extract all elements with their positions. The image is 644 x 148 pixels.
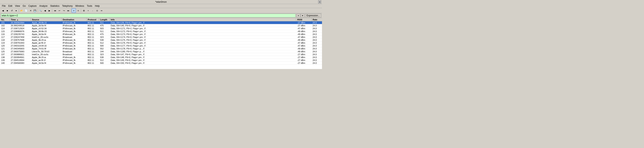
next-pkt-btn[interactable]: ↪	[62, 8, 66, 13]
menu-item-capture[interactable]: Capture	[27, 4, 38, 8]
first-btn[interactable]: ⏮	[53, 8, 57, 13]
menu-item-edit[interactable]: Edit	[7, 4, 14, 8]
back-btn[interactable]: ◀	[1, 8, 5, 13]
cell-rssi: -27 dBm	[296, 56, 312, 59]
menu-item-go[interactable]: Go	[22, 4, 27, 8]
cell-info: Data, SN=139, FN=0, Flags=.pm...F.	[110, 21, 296, 24]
cell-source: IntelCor_05:ca:6c	[31, 53, 62, 56]
cell-dest: IPv6mcast_fb	[62, 47, 86, 50]
cell-dest: IPv6mcast_fb	[62, 62, 86, 64]
table-row[interactable]: 10126.990082064Apple_99:8b:15IPv6mcast_f…	[0, 21, 322, 24]
cell-time: 27.094518994	[10, 59, 31, 62]
cell-rssi: -47 dBm	[296, 42, 312, 44]
table-row[interactable]: 13827.093994561Apple_9b:2f:caIPv6mcast_f…	[0, 56, 322, 59]
prev-btn[interactable]: ◀	[43, 8, 47, 13]
close-btn[interactable]: ✕	[28, 8, 33, 13]
menu-item-help[interactable]: Help	[94, 4, 101, 8]
filter-clear-button[interactable]: ✕	[296, 14, 300, 18]
col-header-destination[interactable]: Destination	[62, 18, 86, 21]
cell-len: 552	[99, 47, 110, 50]
title-bar: *wlan0mon ✕	[0, 0, 322, 4]
save-btn[interactable]: 💾	[33, 8, 37, 13]
table-row[interactable]: 12027.040310255Apple_c9:04:16IPv6mcast_f…	[0, 44, 322, 47]
col-header-no[interactable]: No.	[0, 18, 10, 21]
table-body: 10126.990082064Apple_99:8b:15IPv6mcast_f…	[0, 21, 322, 64]
close-button[interactable]: ✕	[318, 0, 321, 4]
autoscroll-btn[interactable]: ≡	[72, 8, 76, 13]
resize-btn[interactable]: ⇔	[99, 8, 104, 13]
cell-rate: 24.0	[312, 30, 322, 33]
col-header-protocol[interactable]: Protocol	[86, 18, 99, 21]
menu-item-analyze[interactable]: Analyze	[38, 4, 49, 8]
table-row[interactable]: 13727.093886921IntelCor_05:ca:6cBroadcas…	[0, 53, 322, 56]
cell-len: 500	[99, 62, 110, 64]
menu-item-wireless[interactable]: Wireless	[74, 4, 85, 8]
packet-list[interactable]: No. Time ▲ Source Destination Protocol L…	[0, 18, 322, 69]
table-row[interactable]: 13927.094518994Apple_ae:f6:1fIPv6mcast_f…	[0, 59, 322, 62]
capture-btn[interactable]: ●	[14, 8, 18, 13]
zoom-out-btn[interactable]: -	[90, 8, 95, 13]
cell-rate: 24.0	[312, 50, 322, 53]
cell-proto: 802.11	[86, 42, 99, 44]
table-row[interactable]: 12127.040345603Apple_74:61:9fIPv6mcast_f…	[0, 47, 322, 50]
menu-item-telephony[interactable]: Telephony	[61, 4, 74, 8]
cell-time: 27.040345603	[10, 47, 31, 50]
cell-rssi: -49 dBm	[296, 39, 312, 42]
cell-source: Apple_99:8b:15	[31, 30, 62, 33]
open-btn[interactable]: 📂	[20, 8, 24, 13]
cell-len: 503	[99, 27, 110, 30]
cell-proto: 802.11	[86, 36, 99, 39]
cell-info: Data, SN=1175, FN=0, Flags=.pm...F.	[110, 39, 296, 42]
col-header-rssi[interactable]: RSSI	[296, 18, 312, 21]
cell-info: Data, SN=1173, FN=0, Flags=.pm...F.	[110, 33, 296, 36]
pane-btn[interactable]: ≡	[76, 8, 80, 13]
cell-source: Apple_9b:2f:ca	[31, 56, 62, 59]
table-row[interactable]: 11527.038880076Apple_99:8b:15IPv6mcast_f…	[0, 30, 322, 33]
reset-zoom-btn[interactable]: ⊙	[95, 8, 99, 13]
reload-btn[interactable]: ↺	[10, 8, 14, 13]
filter-bookmark-button[interactable]: ▼	[301, 14, 304, 18]
filter-input[interactable]	[1, 14, 296, 18]
cell-info: Data, SN=1176, FN=0, Flags=.pm...F.	[110, 42, 296, 44]
menu-item-file[interactable]: File	[1, 4, 7, 8]
cell-proto: 802.11	[86, 53, 99, 56]
cell-rssi: -49 dBm	[296, 33, 312, 36]
new-btn[interactable]: 📄	[24, 8, 28, 13]
cell-no: 115	[0, 30, 10, 33]
table-row[interactable]: 10226.990249518Apple_3d:0e:f4IPv6mcast_f…	[0, 24, 322, 27]
table-row[interactable]: 11627.039235743Apple_3d:0e:f4IPv6mcast_f…	[0, 33, 322, 36]
zoom-in-btn[interactable]: +	[86, 8, 90, 13]
cell-rate: 24.0	[312, 24, 322, 27]
menu-item-view[interactable]: View	[14, 4, 21, 8]
menu-item-tools[interactable]: Tools	[86, 4, 93, 8]
cell-source: Apple_74:61:9f	[31, 47, 62, 50]
cell-len: 323	[99, 53, 110, 56]
find-btn[interactable]: 🔍	[38, 8, 43, 13]
prev-pkt-btn[interactable]: ↩	[57, 8, 62, 13]
stop-btn[interactable]: ■	[5, 8, 10, 13]
table-row[interactable]: 12527.060075083LiteonTe_58:79:b3Broadcas…	[0, 50, 322, 53]
cell-dest: IPv6mcast_fb	[62, 56, 86, 59]
cell-len: 475	[99, 33, 110, 36]
cell-no: 116	[0, 33, 10, 36]
menu-item-statistics[interactable]: Statistics	[49, 4, 60, 8]
next-btn[interactable]: ▶	[47, 8, 52, 13]
col-header-time[interactable]: Time ▲	[10, 18, 31, 21]
expression-button[interactable]: Expression...	[305, 14, 321, 18]
colorize-btn[interactable]: ⊞	[82, 8, 86, 13]
table-row[interactable]: 11827.039757698Apple_9b:2f:caIPv6mcast_f…	[0, 39, 322, 42]
cell-proto: 802.11	[86, 24, 99, 27]
col-header-source[interactable]: Source	[31, 18, 62, 21]
cell-time: 27.093886921	[10, 53, 31, 56]
menu-bar: FileEditViewGoCaptureAnalyzeStatisticsTe…	[0, 4, 322, 8]
last-btn[interactable]: ⏭	[66, 8, 70, 13]
table-row[interactable]: 11927.039791943Apple_ae:f6:1fIPv6mcast_f…	[0, 42, 322, 44]
table-row[interactable]: 14027.094568383Apple_3d:0e:f4IPv6mcast_f…	[0, 62, 322, 64]
cell-len: 512	[99, 42, 110, 44]
col-header-rate[interactable]: Rate	[312, 18, 322, 21]
cell-rate: 24.0	[312, 47, 322, 50]
table-row[interactable]: 11727.039247458IntelCor_05:ca:6cBroadcas…	[0, 36, 322, 39]
col-header-info[interactable]: Info	[110, 18, 296, 21]
col-header-length[interactable]: Length	[99, 18, 110, 21]
table-row[interactable]: 11427.038712924Apple_c0:52:34IPv6mcast_f…	[0, 27, 322, 30]
